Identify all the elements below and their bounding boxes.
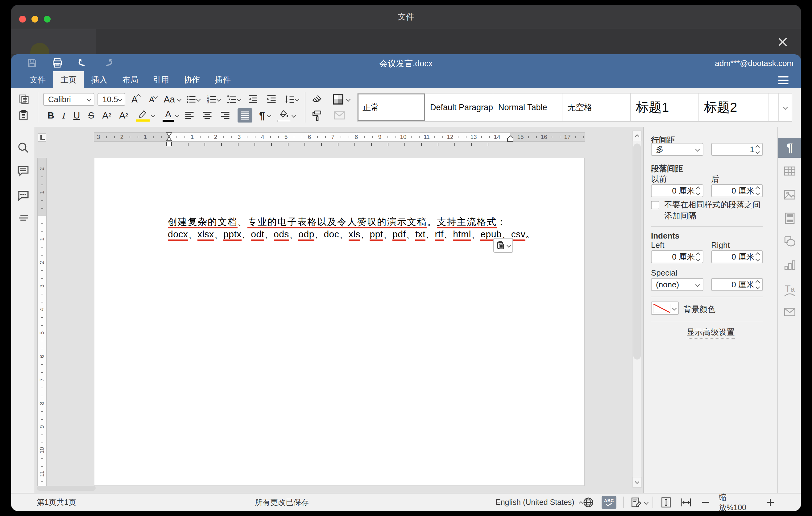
style-Normal Table[interactable]: Normal Table xyxy=(493,93,562,121)
no-spacing-between-checkbox[interactable] xyxy=(651,201,659,209)
bullet-list-button[interactable] xyxy=(184,92,202,107)
multilevel-list-button[interactable] xyxy=(225,92,242,107)
comments-icon[interactable] xyxy=(17,165,30,177)
format-docx: docx xyxy=(168,229,188,241)
format-odt: odt xyxy=(251,229,264,241)
justify-button[interactable] xyxy=(237,108,252,122)
align-left-button[interactable] xyxy=(184,108,195,122)
navigation-icon[interactable] xyxy=(17,212,30,225)
align-center-button[interactable] xyxy=(202,108,213,122)
spacing-before-spinner[interactable]: 0 厘米 xyxy=(651,184,703,197)
italic-button[interactable]: I xyxy=(62,108,65,122)
page-indicator[interactable]: 第1页共1页 xyxy=(37,493,76,511)
copy-style-button[interactable] xyxy=(311,108,323,122)
fit-page-button[interactable] xyxy=(660,493,672,511)
shape-settings-icon[interactable] xyxy=(778,232,801,252)
paste-options-button[interactable] xyxy=(493,238,513,253)
tab-selector[interactable] xyxy=(38,133,46,142)
close-icon[interactable] xyxy=(777,36,788,48)
nonprinting-chars-button[interactable]: ¶ xyxy=(259,108,270,122)
decrease-font-button[interactable]: A xyxy=(146,92,160,107)
vertical-scroll-thumb[interactable] xyxy=(633,144,641,360)
indent-right-spinner[interactable]: 0 厘米 xyxy=(711,250,763,263)
tab-引用[interactable]: 引用 xyxy=(146,71,176,88)
line-spacing-multiple-spinner[interactable]: 1 xyxy=(711,143,763,156)
zoom-out-button[interactable] xyxy=(700,493,711,511)
indent-left-spinner[interactable]: 0 厘米 xyxy=(651,250,703,263)
subscript-button[interactable]: A2 xyxy=(119,108,128,122)
headerfooter-settings-icon[interactable] xyxy=(778,208,801,228)
line-spacing-select[interactable]: 多 xyxy=(651,143,703,156)
zoom-level[interactable]: 缩放%100 xyxy=(719,493,753,511)
bold-button[interactable]: B xyxy=(48,108,54,122)
strikethrough-button[interactable]: S xyxy=(88,108,94,122)
advanced-settings-link[interactable]: 显示高级设置 xyxy=(644,327,778,338)
style-标题1[interactable]: 标题1 xyxy=(631,93,699,121)
style-gallery-expand-icon[interactable] xyxy=(779,93,792,121)
chat-icon[interactable] xyxy=(17,189,30,202)
language-selector[interactable]: English (United States) xyxy=(495,493,582,511)
tab-协作[interactable]: 协作 xyxy=(176,71,207,88)
image-settings-icon[interactable] xyxy=(778,185,801,205)
paragraph-line-2[interactable]: docx、xlsx、pptx、odt、ods、odp、doc、xls、ppt、p… xyxy=(168,228,535,241)
numbered-list-button[interactable]: 123 xyxy=(204,92,222,107)
background-color-picker[interactable] xyxy=(651,302,679,315)
line-spacing-button[interactable] xyxy=(282,92,301,107)
mailmerge-button[interactable] xyxy=(333,108,346,122)
document-area[interactable]: 3211234567891011121314151617 21123456789… xyxy=(35,127,643,493)
search-icon[interactable] xyxy=(17,141,30,154)
borders-button[interactable] xyxy=(332,92,350,107)
advanced-settings-text[interactable]: 显示高级设置 xyxy=(687,327,735,339)
set-language-icon[interactable] xyxy=(582,493,594,511)
shading-button[interactable] xyxy=(277,108,295,122)
fit-width-button[interactable] xyxy=(680,493,692,511)
table-settings-icon[interactable] xyxy=(778,162,801,181)
separator: 、 xyxy=(360,229,370,239)
tab-主页[interactable]: 主页 xyxy=(53,71,84,88)
tab-插入[interactable]: 插入 xyxy=(84,71,115,88)
paragraph-line-1[interactable]: 创建复杂的文档、专业的电子表格以及令人赞叹的演示文稿。支持主流格式： xyxy=(168,216,512,228)
change-case-button[interactable]: Aa xyxy=(163,92,181,107)
track-changes-button[interactable] xyxy=(630,493,648,511)
scroll-down-icon[interactable] xyxy=(633,477,642,488)
vertical-ruler[interactable]: 211234567891011 xyxy=(38,158,46,486)
style-正常[interactable]: 正常 xyxy=(357,93,425,121)
font-color-button[interactable]: A xyxy=(163,108,179,122)
horizontal-ruler[interactable]: 3211234567891011121314151617 xyxy=(94,133,585,141)
scroll-up-icon[interactable] xyxy=(633,131,642,141)
tab-插件[interactable]: 插件 xyxy=(207,71,238,88)
highlight-color-button[interactable] xyxy=(136,108,154,122)
spellcheck-toggle[interactable]: ABC xyxy=(602,496,616,509)
style-标题2[interactable]: 标题2 xyxy=(699,93,768,121)
tab-文件[interactable]: 文件 xyxy=(22,71,53,88)
font-size-select[interactable]: 10.5 xyxy=(97,93,125,106)
increase-font-button[interactable]: A xyxy=(128,92,143,107)
tab-布局[interactable]: 布局 xyxy=(115,71,146,88)
spacing-after-spinner[interactable]: 0 厘米 xyxy=(711,184,763,197)
indent-markers[interactable] xyxy=(165,132,173,147)
horizontal-scroll-thumb[interactable] xyxy=(37,486,96,491)
increase-indent-button[interactable] xyxy=(263,92,280,107)
clear-style-button[interactable] xyxy=(311,92,323,107)
textart-settings-icon[interactable]: Ta xyxy=(778,279,801,298)
text-segment: ： xyxy=(497,217,506,227)
chart-settings-icon[interactable] xyxy=(778,255,801,275)
font-name-value: Calibri xyxy=(48,95,88,104)
vertical-scrollbar[interactable] xyxy=(633,131,642,488)
superscript-button[interactable]: A2 xyxy=(102,108,111,122)
special-by-spinner[interactable]: 0 厘米 xyxy=(711,278,763,291)
special-select[interactable]: (none) xyxy=(651,278,703,291)
mailmerge-settings-icon[interactable] xyxy=(778,302,801,322)
zoom-in-button[interactable] xyxy=(765,493,776,511)
copy-button[interactable] xyxy=(18,92,30,107)
underline-button[interactable]: U xyxy=(74,108,80,122)
page[interactable]: 创建复杂的文档、专业的电子表格以及令人赞叹的演示文稿。支持主流格式： docx、… xyxy=(94,158,585,486)
decrease-indent-button[interactable] xyxy=(245,92,261,107)
style-Default Paragraph[interactable]: Default Paragraph xyxy=(425,93,493,121)
align-right-button[interactable] xyxy=(220,108,231,122)
paragraph-settings-icon[interactable]: ¶ xyxy=(778,138,801,158)
style-无空格[interactable]: 无空格 xyxy=(562,93,631,121)
font-name-select[interactable]: Calibri xyxy=(43,93,94,106)
paste-button[interactable] xyxy=(18,108,30,122)
hamburger-menu-icon[interactable] xyxy=(778,76,788,84)
